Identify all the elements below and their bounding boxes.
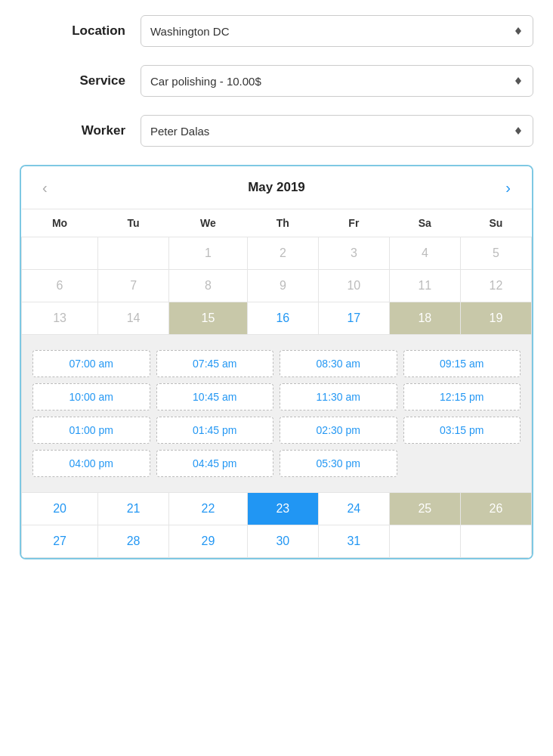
calendar-day: [460, 525, 531, 558]
calendar-day[interactable]: 21: [98, 493, 169, 525]
calendar-day[interactable]: 27: [22, 525, 98, 558]
timeslot-button[interactable]: 07:00 am: [32, 350, 150, 377]
calendar-day[interactable]: 30: [247, 525, 318, 558]
location-label: Location: [20, 23, 141, 39]
service-row: Service Car polishing - 10.00$Car wash -…: [20, 65, 533, 97]
day-header-tu: Tu: [98, 209, 169, 237]
calendar-day[interactable]: 25: [389, 493, 460, 525]
calendar-day[interactable]: 8: [169, 270, 248, 302]
calendar-day[interactable]: 4: [389, 237, 460, 270]
calendar-day[interactable]: 5: [460, 237, 531, 270]
calendar-day[interactable]: 24: [318, 493, 389, 525]
timeslot-button[interactable]: 02:30 pm: [280, 417, 397, 444]
calendar-day[interactable]: 2: [247, 237, 318, 270]
calendar-day[interactable]: 22: [169, 493, 248, 525]
calendar-grid: MoTuWeThFrSaSu 1234567891011121314151617…: [21, 209, 532, 558]
calendar-day[interactable]: 9: [247, 270, 318, 302]
calendar-day[interactable]: 14: [98, 302, 169, 335]
timeslot-button[interactable]: 11:30 am: [280, 383, 397, 411]
calendar-day[interactable]: 11: [389, 270, 460, 302]
calendar-day[interactable]: 29: [169, 525, 248, 558]
calendar-day[interactable]: 3: [318, 237, 389, 270]
calendar-day[interactable]: 15: [169, 302, 248, 335]
timeslot-button[interactable]: 05:30 pm: [280, 450, 397, 477]
calendar-day[interactable]: 17: [318, 302, 389, 335]
prev-month-button[interactable]: ‹: [36, 177, 54, 198]
main-container: Location Washington DCNew YorkLos Angele…: [20, 15, 533, 559]
calendar: ‹ May 2019 › MoTuWeThFrSaSu 123456789101…: [20, 165, 533, 559]
timeslot-button[interactable]: 04:00 pm: [32, 450, 150, 477]
day-header-mo: Mo: [22, 209, 98, 237]
service-select[interactable]: Car polishing - 10.00$Car wash - 5.00$: [141, 65, 533, 97]
calendar-title: May 2019: [248, 180, 305, 195]
timeslot-button[interactable]: 03:15 pm: [403, 417, 521, 444]
calendar-day[interactable]: 26: [460, 493, 531, 525]
calendar-day[interactable]: 23: [247, 493, 318, 525]
timeslots-cell: 07:00 am07:45 am08:30 am09:15 am10:00 am…: [22, 335, 532, 493]
timeslot-button[interactable]: 04:45 pm: [156, 450, 274, 477]
day-header-we: We: [169, 209, 248, 237]
calendar-header: ‹ May 2019 ›: [21, 166, 532, 209]
calendar-day[interactable]: 12: [460, 270, 531, 302]
calendar-day[interactable]: 6: [22, 270, 98, 302]
timeslot-button[interactable]: 12:15 pm: [403, 383, 521, 411]
timeslots-grid: 07:00 am07:45 am08:30 am09:15 am10:00 am…: [32, 350, 521, 477]
calendar-day[interactable]: 18: [389, 302, 460, 335]
day-header-su: Su: [460, 209, 531, 237]
calendar-day[interactable]: 1: [169, 237, 248, 270]
calendar-day[interactable]: 28: [98, 525, 169, 558]
day-header-th: Th: [247, 209, 318, 237]
calendar-day[interactable]: 7: [98, 270, 169, 302]
worker-select[interactable]: Peter DalasJohn Smith: [141, 115, 533, 147]
location-select[interactable]: Washington DCNew YorkLos Angeles: [141, 15, 533, 47]
timeslot-button[interactable]: 10:00 am: [32, 383, 150, 411]
calendar-day: [389, 525, 460, 558]
calendar-day[interactable]: 20: [22, 493, 98, 525]
calendar-day[interactable]: 19: [460, 302, 531, 335]
calendar-day[interactable]: 13: [22, 302, 98, 335]
timeslot-button[interactable]: 09:15 am: [403, 350, 521, 377]
location-row: Location Washington DCNew YorkLos Angele…: [20, 15, 533, 47]
worker-row: Worker Peter DalasJohn Smith: [20, 115, 533, 147]
next-month-button[interactable]: ›: [499, 177, 517, 198]
timeslot-button[interactable]: 10:45 am: [156, 383, 274, 411]
worker-label: Worker: [20, 123, 141, 138]
calendar-day[interactable]: 16: [247, 302, 318, 335]
calendar-day: [22, 237, 98, 270]
timeslots-section: 07:00 am07:45 am08:30 am09:15 am10:00 am…: [22, 335, 531, 492]
day-header-fr: Fr: [318, 209, 389, 237]
calendar-day[interactable]: 10: [318, 270, 389, 302]
day-header-sa: Sa: [389, 209, 460, 237]
timeslot-button[interactable]: 08:30 am: [280, 350, 397, 377]
timeslot-button[interactable]: 01:00 pm: [32, 417, 150, 444]
service-label: Service: [20, 73, 141, 88]
calendar-day[interactable]: 31: [318, 525, 389, 558]
calendar-day: [98, 237, 169, 270]
timeslot-button[interactable]: 01:45 pm: [156, 417, 274, 444]
timeslot-button[interactable]: 07:45 am: [156, 350, 274, 377]
